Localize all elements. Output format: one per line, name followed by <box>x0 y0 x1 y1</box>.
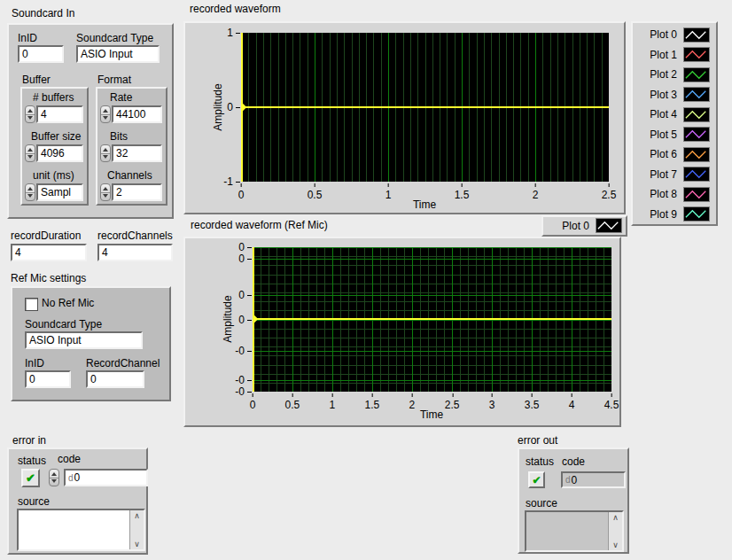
legend-label: Plot 4 <box>650 108 677 121</box>
axis-tick-label: 0 <box>238 189 245 201</box>
increment-button[interactable] <box>26 106 35 115</box>
record-channels-field[interactable]: 4 <box>97 244 173 261</box>
rate-label: Rate <box>110 91 132 104</box>
plot-style-swatch[interactable] <box>683 27 710 43</box>
axis-tick-label: 3 <box>489 399 495 411</box>
plot-style-swatch[interactable] <box>683 127 710 142</box>
error-out-source-scrollbar[interactable]: ∧ ∨ <box>608 512 622 550</box>
axis-tick-label: 3.5 <box>525 399 540 411</box>
legend-item[interactable]: Plot 6 <box>633 144 716 165</box>
inid-field[interactable]: 0 <box>18 45 64 63</box>
error-out-source-field: ∧ ∨ <box>525 510 624 552</box>
buffer-size-spinner[interactable] <box>25 144 35 162</box>
plot-style-swatch[interactable] <box>683 167 710 182</box>
error-in-source-scrollbar[interactable]: ∧ ∨ <box>129 510 144 549</box>
record-channels-value: 4 <box>102 246 108 259</box>
scroll-down-icon[interactable]: ∨ <box>612 540 619 550</box>
error-in-status-button[interactable]: ✔ <box>21 469 40 487</box>
channels-spinner[interactable] <box>100 183 111 201</box>
graph1-trace <box>241 106 609 108</box>
check-icon: ✔ <box>532 474 541 486</box>
legend-label: Plot 0 <box>562 220 589 232</box>
buffer-size-value: 4096 <box>41 147 65 159</box>
ref-inid-field[interactable]: 0 <box>25 370 71 388</box>
legend-item[interactable]: Plot 5 <box>633 125 716 145</box>
graph2-plot-area <box>253 247 611 392</box>
legend-label: Plot 6 <box>650 148 677 160</box>
axis-tick-label: 0 <box>238 314 245 326</box>
legend-item[interactable]: Plot 3 <box>633 85 716 105</box>
channels-value: 2 <box>116 186 122 198</box>
axis-tick-label: 2 <box>409 399 415 411</box>
plot-style-swatch[interactable] <box>683 107 710 122</box>
graph2-x-axis: 00.511.522.533.544.5 <box>253 394 611 408</box>
num-buffers-field[interactable]: 4 <box>36 105 83 123</box>
error-out-title: error out <box>518 434 557 447</box>
bits-spinner[interactable] <box>100 144 111 162</box>
bits-field[interactable]: 32 <box>112 144 162 162</box>
error-out-status-label: status <box>526 455 554 468</box>
decrement-button[interactable] <box>26 154 35 162</box>
increment-button[interactable] <box>50 470 58 478</box>
rate-field[interactable]: 44100 <box>112 105 162 123</box>
scroll-down-icon[interactable]: ∨ <box>134 539 140 549</box>
decrement-button[interactable] <box>26 193 35 201</box>
soundcard-type-field[interactable]: ASIO Input <box>76 45 160 63</box>
rate-spinner[interactable] <box>100 105 111 123</box>
legend-item[interactable]: Plot 0 <box>543 217 626 234</box>
legend-label: Plot 9 <box>650 208 677 221</box>
legend-label: Plot 2 <box>650 68 677 81</box>
decrement-button[interactable] <box>101 154 110 162</box>
plot-style-swatch[interactable] <box>683 147 710 162</box>
ref-soundcard-type-field[interactable]: ASIO Input <box>25 331 143 349</box>
num-buffers-spinner[interactable] <box>25 105 35 123</box>
increment-button[interactable] <box>101 145 110 154</box>
decrement-button[interactable] <box>101 193 110 201</box>
buffer-size-label: Buffer size <box>31 130 81 143</box>
legend-item[interactable]: Plot 7 <box>633 165 716 185</box>
increment-button[interactable] <box>101 106 110 115</box>
axis-tick-label: 2 <box>533 189 539 201</box>
axis-tick-label: 1.5 <box>365 399 380 411</box>
graph1-title: recorded waveform <box>190 3 281 15</box>
unit-ms-spinner[interactable] <box>25 183 35 201</box>
error-in-cluster: status code ✔ d0 source ∧ ∨ <box>7 447 148 555</box>
graph2-trace <box>253 318 611 320</box>
increment-button[interactable] <box>26 145 35 154</box>
plot-style-swatch[interactable] <box>683 67 710 82</box>
error-out-status-indicator: ✔ <box>528 471 545 488</box>
increment-button[interactable] <box>101 184 110 193</box>
plot-style-swatch[interactable] <box>683 206 710 222</box>
scroll-up-icon[interactable]: ∧ <box>134 510 140 521</box>
record-duration-label: recordDuration <box>11 229 81 242</box>
legend-item[interactable]: Plot 4 <box>633 105 716 125</box>
record-channel-field[interactable]: 0 <box>86 370 144 388</box>
buffer-size-field[interactable]: 4096 <box>36 144 83 162</box>
scroll-up-icon[interactable]: ∧ <box>612 512 619 523</box>
plot-style-swatch[interactable] <box>683 87 710 102</box>
no-ref-mic-checkbox[interactable] <box>25 298 38 311</box>
error-in-code-spinner[interactable] <box>49 469 59 486</box>
major-gridline <box>253 380 611 381</box>
axis-tick-label: 0 <box>238 241 245 253</box>
plot-style-swatch[interactable] <box>596 218 622 233</box>
record-duration-field[interactable]: 4 <box>11 244 87 261</box>
format-cluster-label: Format <box>97 74 131 86</box>
no-ref-mic-label: No Ref Mic <box>42 297 94 309</box>
error-in-source-field[interactable]: ∧ ∨ <box>17 509 145 551</box>
plot-style-swatch[interactable] <box>683 47 710 62</box>
increment-button[interactable] <box>26 184 35 193</box>
decrement-button[interactable] <box>50 478 58 486</box>
legend-item[interactable]: Plot 2 <box>633 65 716 85</box>
legend-item[interactable]: Plot 0 <box>633 25 716 45</box>
unit-ms-field[interactable]: Sampl <box>36 183 83 201</box>
decrement-button[interactable] <box>101 115 110 123</box>
error-in-code-field[interactable]: d0 <box>64 469 148 486</box>
plot-style-swatch[interactable] <box>683 187 710 202</box>
legend-item[interactable]: Plot 8 <box>633 184 716 205</box>
legend-item[interactable]: Plot 1 <box>633 45 716 66</box>
decrement-button[interactable] <box>26 115 35 123</box>
record-channels-label: recordChannels <box>97 229 173 242</box>
legend-item[interactable]: Plot 9 <box>633 205 716 225</box>
channels-field[interactable]: 2 <box>112 183 162 201</box>
